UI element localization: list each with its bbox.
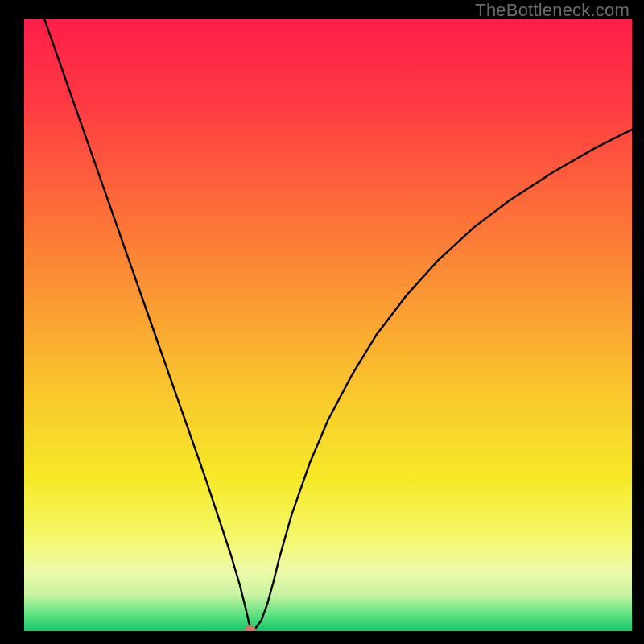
- gradient-background: [24, 19, 632, 631]
- bottleneck-chart: [24, 19, 632, 631]
- plot-area: [24, 19, 632, 631]
- chart-stage: TheBottleneck.com: [0, 0, 644, 644]
- watermark-text: TheBottleneck.com: [475, 0, 630, 21]
